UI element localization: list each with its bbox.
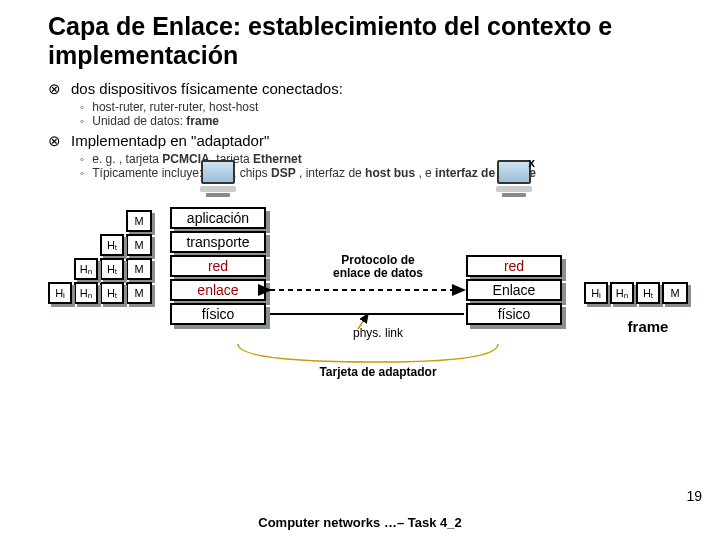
bullet-2: ⊗ Implementadp en "adaptador"	[48, 132, 688, 150]
bullet-dot: ◦	[80, 166, 84, 180]
computer-left-icon	[196, 160, 240, 198]
svg-line-2	[358, 314, 368, 329]
bullet-2s2-text: Típicamente incluye: RAM, chips DSP , in…	[92, 166, 536, 180]
corner-x: x	[528, 156, 535, 170]
bullet-dot: ◦	[80, 100, 84, 114]
bullet-mark: ⊗	[48, 132, 61, 150]
bullet-dot: ◦	[80, 114, 84, 128]
footer-text: Computer networks …– Task 4_2	[0, 515, 720, 530]
bullet-1-sub-2: ◦ Unidad de datos: frame	[80, 114, 688, 128]
slide-title: Capa de Enlace: establecimiento del cont…	[48, 12, 688, 70]
computer-right-icon: x	[492, 160, 536, 198]
bullet-1s2-text: Unidad de datos: frame	[92, 114, 219, 128]
bullet-1-text: dos dispositivos físicamente conectados:	[71, 80, 343, 97]
page-number: 19	[686, 488, 702, 504]
bullet-2-sub-2: ◦ Típicamente incluye: RAM, chips DSP , …	[80, 166, 688, 180]
arrows-overlay	[48, 194, 708, 394]
bullet-1: ⊗ dos dispositivos físicamente conectado…	[48, 80, 688, 98]
diagram: M M M M Ht Ht Ht Hn Hn Hl aplicación tra…	[48, 194, 688, 424]
bullet-dot: ◦	[80, 152, 84, 166]
bullet-2-text: Implementadp en "adaptador"	[71, 132, 269, 149]
bullet-mark: ⊗	[48, 80, 61, 98]
bullet-1-sub-1: ◦ host-ruter, ruter-ruter, host-host	[80, 100, 688, 114]
bullet-2-sub-1: ◦ e. g. , tarjeta PCMCIA, tarjeta Ethern…	[80, 152, 688, 166]
bullet-1s1-text: host-ruter, ruter-ruter, host-host	[92, 100, 258, 114]
